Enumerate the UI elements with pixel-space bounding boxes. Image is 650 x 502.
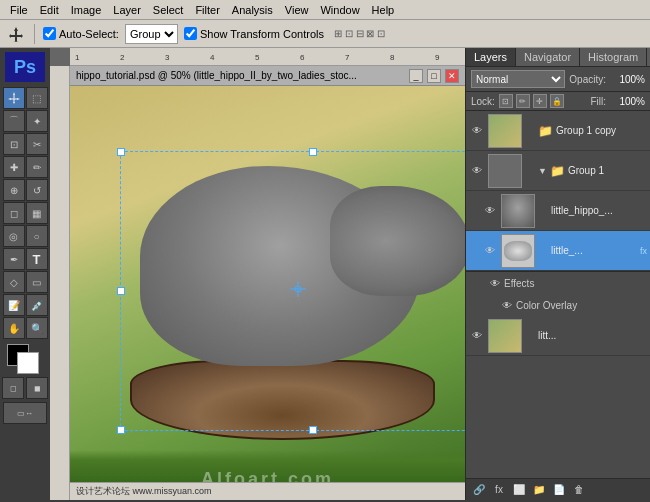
layer-group1[interactable]: 👁 ▼ 📁 Group 1 xyxy=(466,151,650,191)
layer-eye-bottom[interactable]: 👁 xyxy=(469,328,485,344)
tool-row-3: ⊡ ✂ xyxy=(3,133,48,155)
folder-arrow-group1: ▼ xyxy=(538,166,547,176)
layer-group1copy[interactable]: 👁 📁 Group 1 copy xyxy=(466,111,650,151)
pen-tool[interactable]: ✒ xyxy=(3,248,25,270)
color-overlay-label: Color Overlay xyxy=(516,300,577,311)
separator xyxy=(34,24,35,44)
notes-tool[interactable]: 📝 xyxy=(3,294,25,316)
lock-position[interactable]: ✛ xyxy=(533,94,547,108)
lasso-tool[interactable]: ⌒ xyxy=(3,110,25,132)
lock-all[interactable]: 🔒 xyxy=(550,94,564,108)
hand-tool[interactable]: ✋ xyxy=(3,317,25,339)
menu-file[interactable]: File xyxy=(4,0,34,19)
color-overlay-eye[interactable]: 👁 xyxy=(502,300,512,311)
quick-mask-off[interactable]: ◻ xyxy=(2,377,24,399)
svg-text:8: 8 xyxy=(390,53,395,62)
screen-mode[interactable]: ▭↔ xyxy=(3,402,47,424)
gradient-tool[interactable]: ▦ xyxy=(26,202,48,224)
ruler-top: 1 2 3 4 5 6 7 8 9 10 xyxy=(70,48,465,66)
quick-mask-on[interactable]: ◼ xyxy=(26,377,48,399)
new-group-btn[interactable]: 📁 xyxy=(531,482,547,498)
menu-window[interactable]: Window xyxy=(314,0,365,19)
add-mask-btn[interactable]: ⬜ xyxy=(511,482,527,498)
effects-eye[interactable]: 👁 xyxy=(490,278,500,289)
text-tool[interactable]: T xyxy=(26,248,48,270)
menu-select[interactable]: Select xyxy=(147,0,190,19)
path-tool[interactable]: ◇ xyxy=(3,271,25,293)
fg-bg-colors[interactable] xyxy=(7,344,43,374)
show-transform-checkbox[interactable] xyxy=(184,27,197,40)
panel-tabs: Layers Navigator Histogram xyxy=(466,48,650,67)
auto-select-checkbox[interactable] xyxy=(43,27,56,40)
tab-layers[interactable]: Layers xyxy=(466,48,516,66)
marquee-tool[interactable]: ⬚ xyxy=(26,87,48,109)
tool-row-9: ◇ ▭ xyxy=(3,271,48,293)
svg-rect-13 xyxy=(50,66,70,500)
delete-layer-btn[interactable]: 🗑 xyxy=(571,482,587,498)
layers-panel: Layers Navigator Histogram Normal Opacit… xyxy=(466,48,650,500)
history-tool[interactable]: ↺ xyxy=(26,179,48,201)
eraser-tool[interactable]: ◻ xyxy=(3,202,25,224)
layer-eye-hippoactive[interactable]: 👁 xyxy=(482,243,498,259)
layer-thumb-littlehippo xyxy=(501,194,535,228)
svg-text:2: 2 xyxy=(120,53,125,62)
brush-tool[interactable]: ✏ xyxy=(26,156,48,178)
tool-row-11: ✋ 🔍 xyxy=(3,317,48,339)
zoom-tool[interactable]: 🔍 xyxy=(26,317,48,339)
layer-hippoactive[interactable]: 👁 little_... fx xyxy=(466,231,650,271)
layer-eye-littlehippo[interactable]: 👁 xyxy=(482,203,498,219)
menu-view[interactable]: View xyxy=(279,0,315,19)
eyedropper-tool[interactable]: 💉 xyxy=(26,294,48,316)
crop-tool[interactable]: ⊡ xyxy=(3,133,25,155)
win-minimize[interactable]: _ xyxy=(409,69,423,83)
slice-tool[interactable]: ✂ xyxy=(26,133,48,155)
new-layer-btn[interactable]: 📄 xyxy=(551,482,567,498)
lock-image[interactable]: ✏ xyxy=(516,94,530,108)
menu-filter[interactable]: Filter xyxy=(189,0,225,19)
tool-row-1: ⬚ xyxy=(3,87,48,109)
layer-name-hippoactive: little_... xyxy=(551,245,635,256)
clone-tool[interactable]: ⊕ xyxy=(3,179,25,201)
status-text: 设计艺术论坛 www.missyuan.com xyxy=(76,485,212,498)
menu-help[interactable]: Help xyxy=(366,0,401,19)
tool-row-8: ✒ T xyxy=(3,248,48,270)
quick-mask-row: ◻ ◼ xyxy=(2,377,48,399)
canvas-area: 1 2 3 4 5 6 7 8 9 10 hipp xyxy=(50,48,465,500)
move-tool[interactable] xyxy=(3,87,25,109)
menu-image[interactable]: Image xyxy=(65,0,108,19)
menu-edit[interactable]: Edit xyxy=(34,0,65,19)
add-style-btn[interactable]: fx xyxy=(491,482,507,498)
shape-tool[interactable]: ▭ xyxy=(26,271,48,293)
canvas-content[interactable]: Alfoart.com 设计艺术论坛 www.missyuan.com xyxy=(70,86,465,500)
layer-littlehippo[interactable]: 👁 little_hippo_... xyxy=(466,191,650,231)
blur-tool[interactable]: ◎ xyxy=(3,225,25,247)
healing-tool[interactable]: ✚ xyxy=(3,156,25,178)
dodge-tool[interactable]: ○ xyxy=(26,225,48,247)
layer-eye-group1copy[interactable]: 👁 xyxy=(469,123,485,139)
layer-eye-group1[interactable]: 👁 xyxy=(469,163,485,179)
tab-navigator[interactable]: Navigator xyxy=(516,48,580,66)
effects-row: 👁 Effects xyxy=(466,272,650,294)
main-area: Ps ⬚ ⌒ ✦ ⊡ ✂ ✚ ✏ ⊕ ↺ ◻ ▦ ◎ ○ xyxy=(0,48,650,500)
tab-histogram[interactable]: Histogram xyxy=(580,48,647,66)
layer-bottom[interactable]: 👁 litt... xyxy=(466,316,650,356)
win-close[interactable]: ✕ xyxy=(445,69,459,83)
magic-wand-tool[interactable]: ✦ xyxy=(26,110,48,132)
menu-layer[interactable]: Layer xyxy=(107,0,147,19)
menu-analysis[interactable]: Analysis xyxy=(226,0,279,19)
doc-title: hippo_tutorial.psd @ 50% (little_hippo_I… xyxy=(76,70,405,81)
tool-row-5: ⊕ ↺ xyxy=(3,179,48,201)
blend-row: Normal Opacity: 100% xyxy=(466,67,650,92)
panels: Layers Navigator Histogram Normal Opacit… xyxy=(465,48,650,500)
lock-transparent[interactable]: ⊡ xyxy=(499,94,513,108)
layers-list: 👁 📁 Group 1 copy 👁 ▼ 📁 xyxy=(466,111,650,478)
blend-mode-select[interactable]: Normal xyxy=(471,70,565,88)
opacity-value: 100% xyxy=(610,74,645,85)
fill-label: Fill: xyxy=(590,96,606,107)
nest xyxy=(130,360,435,440)
win-maximize[interactable]: □ xyxy=(427,69,441,83)
auto-select-dropdown[interactable]: Group xyxy=(125,24,178,44)
folder-icon-group1: 📁 xyxy=(550,164,565,178)
svg-text:7: 7 xyxy=(345,53,350,62)
link-layers-btn[interactable]: 🔗 xyxy=(471,482,487,498)
